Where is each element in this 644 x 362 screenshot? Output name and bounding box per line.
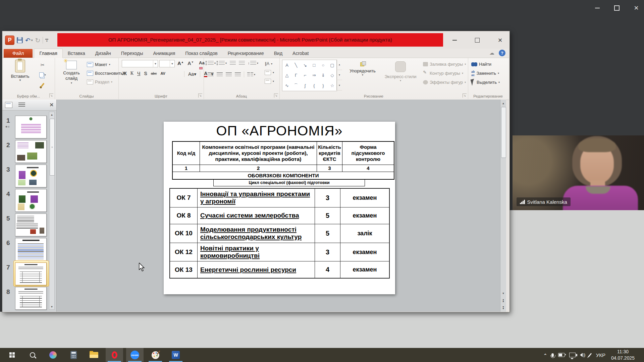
slide-thumbnail-image[interactable] [15,287,47,310]
opera-taskbar-icon[interactable] [106,348,123,362]
shapes-gallery-scrollbar[interactable]: ▲▼▼ [336,60,342,90]
paint-taskbar-icon[interactable] [147,348,164,362]
microphone-icon[interactable] [551,353,554,357]
copy-button[interactable]: ▾ [37,71,49,79]
tab-slideshow[interactable]: Показ слайдов [180,49,222,58]
calculator-taskbar-icon[interactable] [65,348,82,362]
shape-outline-button[interactable]: Контур фигуры▾ [423,69,466,78]
ppt-minimize-button[interactable] [446,36,463,45]
reset-button[interactable]: Восстановить [87,69,123,77]
text-direction-button[interactable]: ∥A▾ [265,59,274,68]
copilot-taskbar-icon[interactable] [44,348,62,362]
pen-icon[interactable] [589,353,590,358]
shape-icon[interactable]: Γ [295,73,297,77]
slide[interactable]: ОП «АГРОНОМІЯ» Код н/д Компоненти освітн… [164,122,395,294]
shape-icon[interactable]: ⇓ [321,73,325,77]
ppt-close-button[interactable]: ✕ [491,36,509,45]
slide-thumbnail-3[interactable]: 3 ★≡ [2,164,56,188]
change-case-button[interactable]: Aa▾ [188,71,196,77]
shape-icon[interactable]: ʃ [305,83,306,88]
next-slide-button[interactable]: ▼▼ [501,304,506,311]
panel-scroll-up-icon[interactable]: ▲ [49,112,54,117]
shape-icon[interactable]: ↘ [303,63,307,67]
slide-thumbnail-image[interactable] [15,189,47,212]
slide-thumbnail-7[interactable]: 7 ★≡ [2,262,56,286]
outer-close-button[interactable]: ✕ [629,3,644,13]
slide-thumbnail-8[interactable]: 8 ★≡ [2,286,56,311]
font-size-combo[interactable]: ▼ [159,60,175,67]
font-effect-button[interactable]: AV [160,71,165,75]
align-center-button[interactable] [217,72,223,77]
shape-icon[interactable]: ▢ [330,63,334,67]
file-explorer-taskbar-icon[interactable] [85,348,103,362]
scroll-up-icon[interactable]: ▲ [501,100,506,106]
shape-icon[interactable]: △ [285,73,289,77]
scroll-down-icon[interactable]: ▼ [501,290,506,296]
arrange-button[interactable]: Упорядочить ▾ [346,61,379,76]
word-taskbar-icon[interactable]: W [167,348,184,362]
replace-button[interactable]: abacЗаменить▾ [471,69,500,78]
slide-area-scrollbar[interactable]: ▲ ▼ ▲▲ ▼▼ [500,100,506,312]
webcam-video[interactable]: Svitlana Kalenska [513,135,644,210]
undo-dropdown-arrow-icon[interactable]: ▾ [31,39,33,42]
select-button[interactable]: Выделить▾ [471,78,500,87]
section-button[interactable]: Раздел▾ [87,77,123,86]
network-icon[interactable] [569,353,576,357]
outline-tab-icon[interactable] [18,103,25,107]
keyboard-language[interactable]: УКР [596,352,605,358]
tab-acrobat[interactable]: Acrobat [287,49,314,58]
shape-icon[interactable]: ☆ [330,83,334,88]
battery-icon[interactable] [558,353,565,357]
tab-animations[interactable]: Анимация [148,49,180,58]
panel-scrollbar[interactable]: ▲ ≡ ▼ [49,112,55,310]
tab-view[interactable]: Вид [269,49,287,58]
layout-button[interactable]: Макет▾ [87,60,123,69]
numbering-button[interactable]: ▾ [219,61,227,65]
zoom-taskbar-icon[interactable]: zoom [126,348,144,362]
cut-button[interactable]: ✂ [37,61,49,69]
redo-icon[interactable]: ↻ [35,37,40,44]
shape-icon[interactable]: ⌐ [304,73,307,77]
font-name-combo[interactable]: ▼ [122,60,158,67]
shape-icon[interactable]: } [322,83,324,88]
panel-scrollbar-thumb[interactable]: ≡ [50,119,55,176]
shapes-gallery[interactable]: A╲↘□○▢△Γ⌐⇒⇓◇∿⌒ʃ{}☆ [282,60,337,91]
powerpoint-logo-icon[interactable]: P [5,36,14,45]
clock[interactable]: 11:30 04.07.2025 [611,349,635,361]
clipboard-dialog-launcher-icon[interactable]: ↘ [49,94,53,98]
slide-thumbnail-5[interactable]: 5 ★≡ [2,213,56,237]
bullets-button[interactable]: ▾ [208,61,216,65]
shape-icon[interactable]: { [313,83,315,88]
shrink-font-icon[interactable]: A▼ [187,60,194,66]
line-spacing-button[interactable]: ↕▾ [248,61,258,65]
tab-home[interactable]: Главная [34,49,62,58]
paragraph-dialog-launcher-icon[interactable]: ↘ [274,94,278,98]
format-painter-button[interactable] [37,81,49,89]
font-dialog-launcher-icon[interactable]: ↘ [198,94,202,98]
new-slide-button[interactable]: Создать слайд ▾ [57,61,86,84]
grow-font-icon[interactable]: A▲ [177,60,184,66]
search-taskbar-icon[interactable] [24,348,41,362]
slide-thumbnail-image[interactable] [15,214,47,236]
outer-minimize-button[interactable] [590,3,605,13]
slide-thumbnail-4[interactable]: 4 ★≡ [2,188,56,213]
undo-button[interactable]: ↶ ▾ [25,37,33,44]
ppt-maximize-button[interactable] [469,36,486,45]
shape-icon[interactable]: ╲ [295,63,298,67]
shape-fill-button[interactable]: Заливка фигуры▾ [423,60,466,69]
slide-thumbnail-image[interactable] [15,262,47,285]
slide-thumbnail-2[interactable]: 2 ★≡ [2,139,56,164]
shape-icon[interactable]: ◇ [331,73,334,77]
shape-icon[interactable]: ○ [322,63,325,67]
slide-thumbnail-6[interactable]: 6 ★≡ [2,237,56,262]
tab-transitions[interactable]: Переходы [116,49,148,58]
slides-tab-icon[interactable] [5,102,12,108]
font-effect-button[interactable]: S [144,71,147,76]
paste-button[interactable]: Вставить ▼ [7,60,33,82]
customize-quick-access-icon[interactable]: ▾ [45,39,48,42]
panel-close-icon[interactable]: ✕ [49,102,54,108]
shape-effects-button[interactable]: Эффекты фигур▾ [423,78,466,87]
increase-indent-button[interactable] [239,61,245,65]
align-left-button[interactable] [208,72,214,77]
start-taskbar-icon[interactable] [3,348,21,362]
